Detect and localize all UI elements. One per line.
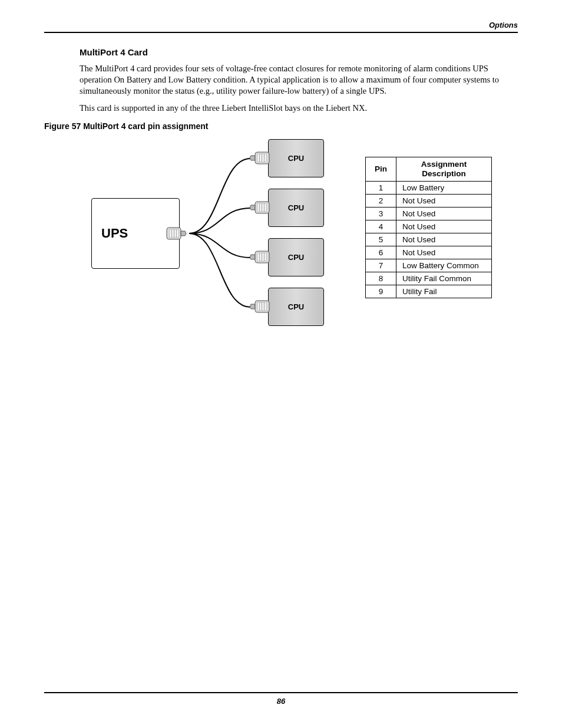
figure-area: UPS <box>44 139 518 334</box>
svg-rect-6 <box>257 154 259 162</box>
ups-label: UPS <box>101 226 128 241</box>
cpu-box-1: CPU <box>268 139 324 177</box>
table-row: 7Low Battery Common <box>366 259 492 272</box>
cell-pin: 3 <box>366 207 396 220</box>
cpu-box-3: CPU <box>268 238 324 276</box>
svg-rect-4 <box>177 229 178 238</box>
diagram: UPS <box>91 139 324 334</box>
cell-desc: Utility Fail Common <box>396 272 492 285</box>
svg-rect-12 <box>260 203 262 212</box>
footer-rule <box>44 692 518 693</box>
svg-rect-19 <box>265 253 266 261</box>
cell-pin: 7 <box>366 259 396 272</box>
svg-rect-18 <box>262 253 264 261</box>
svg-rect-2 <box>172 229 174 238</box>
pin-assignment-table: Pin AssignmentDescription 1Low Battery 2… <box>365 157 492 298</box>
table-row: 5Not Used <box>366 233 492 246</box>
svg-rect-21 <box>257 302 259 311</box>
svg-rect-11 <box>257 203 259 212</box>
svg-rect-3 <box>174 229 176 238</box>
connector-icon <box>249 300 270 313</box>
svg-rect-16 <box>257 253 259 261</box>
svg-rect-22 <box>260 302 262 311</box>
cell-desc: Low Battery Common <box>396 259 492 272</box>
cell-desc: Not Used <box>396 194 492 207</box>
cpu-box-2: CPU <box>268 189 324 227</box>
svg-rect-8 <box>262 154 264 162</box>
header-section-label: Options <box>44 21 518 29</box>
ups-box: UPS <box>91 198 180 269</box>
page-number: 86 <box>44 697 518 706</box>
cell-desc: Not Used <box>396 246 492 259</box>
footer: 86 <box>44 692 518 706</box>
table-row: 1Low Battery <box>366 181 492 194</box>
cpu-label: CPU <box>288 154 304 163</box>
svg-rect-9 <box>265 154 266 162</box>
table-row: 9Utility Fail <box>366 285 492 298</box>
svg-rect-1 <box>170 229 171 238</box>
table-row: 2Not Used <box>366 194 492 207</box>
svg-rect-7 <box>260 154 262 162</box>
table-row: 8Utility Fail Common <box>366 272 492 285</box>
connector-icon <box>166 227 187 240</box>
body-paragraph-1: The MultiPort 4 card provides four sets … <box>80 63 518 97</box>
svg-rect-23 <box>262 302 264 311</box>
cell-pin: 9 <box>366 285 396 298</box>
svg-rect-14 <box>265 203 266 212</box>
cell-pin: 4 <box>366 220 396 233</box>
svg-rect-17 <box>260 253 262 261</box>
cell-pin: 6 <box>366 246 396 259</box>
svg-rect-13 <box>262 203 264 212</box>
cpu-box-4: CPU <box>268 288 324 326</box>
cell-pin: 1 <box>366 181 396 194</box>
cell-desc: Utility Fail <box>396 285 492 298</box>
cell-desc: Not Used <box>396 233 492 246</box>
cell-desc: Low Battery <box>396 181 492 194</box>
table-row: 3Not Used <box>366 207 492 220</box>
cpu-label: CPU <box>288 302 304 311</box>
connector-icon <box>249 201 270 214</box>
svg-rect-24 <box>265 302 266 311</box>
cell-pin: 2 <box>366 194 396 207</box>
cell-desc: Not Used <box>396 220 492 233</box>
body-paragraph-2: This card is supported in any of the thr… <box>80 103 518 114</box>
cell-desc: Not Used <box>396 207 492 220</box>
table-header-desc: AssignmentDescription <box>396 157 492 181</box>
table-row: 4Not Used <box>366 220 492 233</box>
cell-pin: 5 <box>366 233 396 246</box>
table-header-pin: Pin <box>366 157 396 181</box>
figure-caption: Figure 57 MultiPort 4 card pin assignmen… <box>44 121 518 131</box>
section-title: MultiPort 4 Card <box>80 47 518 57</box>
connector-icon <box>249 251 270 263</box>
cell-pin: 8 <box>366 272 396 285</box>
cpu-label: CPU <box>288 203 304 212</box>
connector-icon <box>249 151 270 164</box>
cpu-label: CPU <box>288 253 304 262</box>
table-row: 6Not Used <box>366 246 492 259</box>
